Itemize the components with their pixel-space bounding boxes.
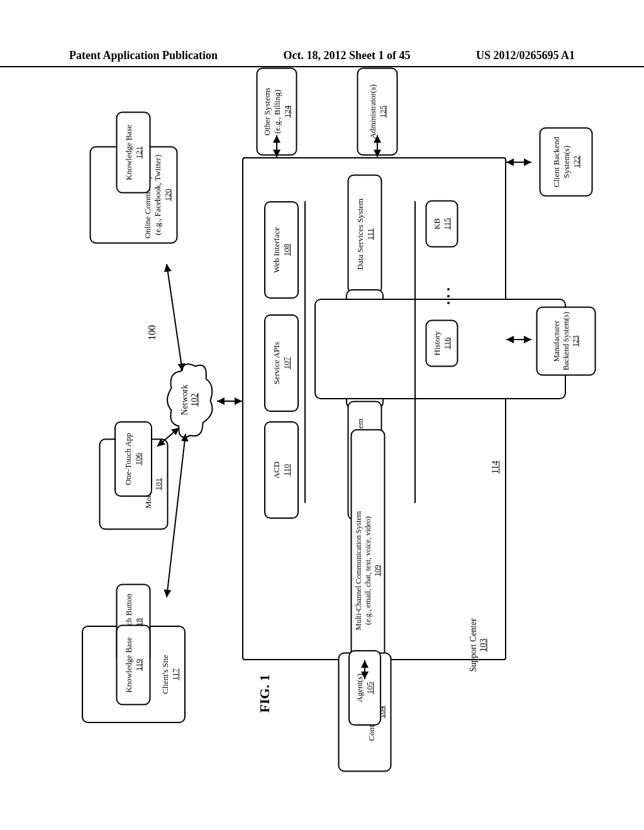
network-text: Network bbox=[180, 385, 190, 416]
ref-acd: 110 bbox=[282, 464, 292, 476]
ref-multi-channel: 109 bbox=[373, 565, 382, 577]
box-one-touch-app: One-Touch App 106 bbox=[114, 421, 152, 497]
header-center: Oct. 18, 2012 Sheet 1 of 45 bbox=[284, 49, 411, 62]
label-network: Network 102 bbox=[180, 385, 200, 416]
dw-ref: 114 bbox=[491, 461, 500, 473]
network-ref: 102 bbox=[190, 385, 200, 416]
label-multi-channel: Multi-Channel Communication System (e.g.… bbox=[354, 511, 373, 630]
ref-agents: 105 bbox=[365, 682, 375, 694]
figure-number: FIG. 1 bbox=[257, 674, 273, 712]
box-web-interface: Web Interface 108 bbox=[264, 201, 299, 299]
box-agents: Agent(s) 105 bbox=[348, 650, 381, 726]
box-service-apis: Service APIs 107 bbox=[264, 314, 299, 412]
ref-kb-community: 121 bbox=[133, 147, 143, 159]
label-service-apis: Service APIs bbox=[272, 342, 282, 385]
header-left: Patent Application Publication bbox=[69, 49, 218, 62]
box-acd: ACD 110 bbox=[264, 421, 299, 519]
label-administrators: Administrator(s) bbox=[367, 84, 377, 139]
ref-other-systems: 124 bbox=[282, 106, 292, 118]
ellipsis-icon: ••• bbox=[444, 284, 454, 305]
support-center-text: Support Center bbox=[469, 618, 479, 672]
support-center-ref: 103 bbox=[479, 618, 489, 672]
ref-administrators: 125 bbox=[377, 106, 387, 118]
box-client-backend: Client Backend System(s) 122 bbox=[540, 128, 593, 197]
ref-kb: 115 bbox=[442, 218, 452, 230]
box-kb-community: Knowledge Base 121 bbox=[116, 112, 151, 194]
label-one-touch-app: One-Touch App bbox=[123, 433, 133, 485]
label-kb-community: Knowledge Base bbox=[123, 124, 133, 180]
svg-line-2 bbox=[167, 264, 182, 371]
ref-data-warehouse-lead: 114 bbox=[491, 461, 501, 473]
page: Patent Application Publication Oct. 18, … bbox=[0, 0, 644, 830]
ref-data-services: 111 bbox=[365, 228, 375, 240]
label-web-interface: Web Interface bbox=[272, 227, 282, 273]
ref-service-apis: 107 bbox=[282, 357, 292, 370]
label-client-backend: Client Backend System(s) bbox=[551, 131, 571, 193]
box-administrators: Administrator(s) 125 bbox=[357, 68, 398, 156]
ref-web-interface: 108 bbox=[282, 244, 292, 257]
page-header: Patent Application Publication Oct. 18, … bbox=[0, 49, 644, 67]
box-kb: KB 115 bbox=[426, 201, 458, 248]
ref-client-backend: 122 bbox=[571, 156, 581, 169]
label-support-center: Support Center 103 bbox=[469, 618, 489, 672]
box-mfr-backend: Manufacturer Backend System(s) 123 bbox=[536, 307, 596, 376]
box-kb-site: Knowledge Base 119 bbox=[116, 625, 151, 706]
svg-line-3 bbox=[167, 434, 186, 597]
figure-area: 100 FIG. 1 Online Community Forum (e.g.,… bbox=[57, 101, 585, 780]
label-kb-site: Knowledge Base bbox=[123, 637, 133, 692]
ref-kb-site: 119 bbox=[133, 659, 143, 671]
system-ref: 100 bbox=[147, 325, 158, 340]
label-data-services: Data Services System bbox=[355, 199, 365, 270]
ref-clients-site: 117 bbox=[170, 668, 180, 680]
box-other-systems: Other Systems (e.g., Billing) 124 bbox=[257, 68, 297, 156]
ref-one-touch-app: 106 bbox=[133, 453, 143, 465]
ref-mobile-device: 101 bbox=[153, 478, 164, 490]
label-acd: ACD bbox=[272, 462, 282, 479]
label-kb: KB bbox=[432, 218, 442, 230]
label-history: History bbox=[432, 331, 442, 356]
label-clients-site: Client's Site bbox=[160, 655, 170, 694]
ref-community: 120 bbox=[163, 189, 173, 201]
box-history: History 116 bbox=[426, 320, 458, 367]
label-mfr-backend: Manufacturer Backend System(s) bbox=[552, 311, 571, 372]
ref-mfr-backend: 123 bbox=[571, 336, 580, 347]
header-right: US 2012/0265695 A1 bbox=[476, 49, 575, 62]
label-other-systems: Other Systems (e.g., Billing) bbox=[262, 87, 282, 135]
ref-history: 116 bbox=[442, 337, 452, 349]
box-data-services: Data Services System 111 bbox=[348, 175, 382, 294]
label-agents: Agent(s) bbox=[355, 673, 365, 702]
